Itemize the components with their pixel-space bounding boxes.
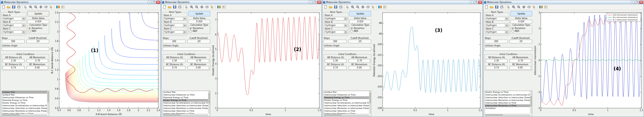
list-item[interactable]: Internuclear Momenta vs Time bbox=[485, 104, 530, 107]
pan-icon[interactable] bbox=[38, 5, 43, 9]
minimize-button[interactable]: – bbox=[148, 1, 152, 4]
list-item[interactable]: Internuclear Momenta vs Internuclear Dis… bbox=[485, 99, 530, 102]
listbox-horizontal-scrollbar[interactable] bbox=[2, 114, 47, 116]
update-button[interactable]: Update bbox=[349, 11, 371, 16]
scrollbar-thumb[interactable] bbox=[48, 92, 49, 102]
chevron-down-icon[interactable] bbox=[22, 17, 25, 20]
radio-mep[interactable]: MEP bbox=[350, 30, 370, 32]
pan-icon[interactable] bbox=[521, 5, 526, 9]
data-cursor-icon[interactable] bbox=[210, 5, 214, 9]
atom-a-select[interactable]: hydrogen bbox=[3, 17, 25, 20]
radio-dynamics[interactable]: Dynamics bbox=[350, 27, 370, 30]
atom-b-select[interactable]: hydrogen bbox=[164, 24, 186, 27]
scrollbar-thumb[interactable] bbox=[163, 114, 181, 115]
update-button[interactable]: Update bbox=[27, 11, 49, 16]
ab-momentum-input[interactable] bbox=[510, 59, 531, 63]
chevron-down-icon[interactable] bbox=[22, 24, 25, 27]
atom-c-select[interactable]: hydrogen bbox=[3, 30, 25, 34]
list-item[interactable]: Surface Plot bbox=[2, 94, 47, 96]
maximize-button[interactable]: ❐ bbox=[313, 1, 317, 4]
list-item[interactable]: Internuclear Momenta vs Internuclear Dis… bbox=[324, 107, 369, 110]
update-button[interactable]: Update bbox=[188, 11, 210, 16]
delta-value-input[interactable] bbox=[510, 20, 532, 23]
ab-momentum-input[interactable] bbox=[27, 59, 48, 63]
plot-type-listbox[interactable]: Kinetic Energy vs TimeInternuclear Accel… bbox=[485, 91, 532, 116]
open-folder-icon[interactable] bbox=[489, 5, 494, 9]
radio-mep[interactable]: MEP bbox=[511, 30, 531, 32]
titlebar[interactable]: Molecular Dynamics – ❐ × bbox=[483, 0, 644, 4]
close-button[interactable]: × bbox=[156, 1, 160, 4]
listbox-vertical-scrollbar[interactable] bbox=[530, 91, 532, 114]
bc-momentum-input[interactable] bbox=[510, 66, 531, 70]
atom-a-select[interactable]: hydrogen bbox=[486, 17, 508, 20]
close-button[interactable]: × bbox=[639, 1, 643, 4]
save-icon[interactable] bbox=[11, 5, 16, 9]
open-folder-icon[interactable] bbox=[167, 5, 172, 9]
zoom-out-icon[interactable] bbox=[516, 5, 521, 9]
radio-mep[interactable]: MEP bbox=[28, 30, 48, 32]
data-cursor-icon[interactable] bbox=[532, 5, 536, 9]
list-item[interactable]: Internuclear Distances vs Time bbox=[324, 94, 369, 96]
zoom-in-icon[interactable] bbox=[350, 5, 355, 9]
plot-type-listbox[interactable]: Surface PlotInternuclear Distances vs Ti… bbox=[163, 91, 210, 116]
save-icon[interactable] bbox=[494, 5, 499, 9]
legend-icon[interactable] bbox=[543, 5, 548, 9]
list-item[interactable]: Potential Energy vs Time bbox=[2, 99, 47, 102]
cutoff-input[interactable] bbox=[187, 40, 210, 43]
list-item[interactable]: Internuclear Velocities vs Time bbox=[163, 110, 208, 112]
collision-angle-input[interactable] bbox=[324, 47, 371, 51]
plot-type-listbox[interactable]: Contour PlotSurface PlotInternuclear Dis… bbox=[2, 91, 49, 116]
data-cursor-icon[interactable] bbox=[371, 5, 375, 9]
list-item[interactable]: Internuclear Velocities vs Time bbox=[324, 110, 369, 112]
list-item[interactable]: Animation bbox=[485, 107, 530, 110]
list-item[interactable]: Kinetic Energy vs Time bbox=[485, 91, 530, 94]
list-item[interactable]: Internuclear Velocities vs Internuclear … bbox=[2, 107, 47, 110]
chevron-down-icon[interactable] bbox=[344, 31, 347, 34]
close-button[interactable]: × bbox=[317, 1, 321, 4]
cutoff-input[interactable] bbox=[348, 40, 371, 43]
chevron-down-icon[interactable] bbox=[505, 17, 508, 20]
delta-value-input[interactable] bbox=[188, 20, 210, 23]
list-item[interactable]: Surface Plot bbox=[163, 91, 208, 94]
close-button[interactable]: × bbox=[478, 1, 482, 4]
rotate-3d-icon[interactable] bbox=[366, 5, 370, 9]
steps-input[interactable] bbox=[485, 40, 508, 43]
chevron-down-icon[interactable] bbox=[183, 17, 186, 20]
radio-dynamics[interactable]: Dynamics bbox=[28, 27, 48, 30]
steps-input[interactable] bbox=[2, 40, 25, 43]
zoom-in-icon[interactable] bbox=[511, 5, 516, 9]
plot-type-listbox[interactable]: Surface PlotInternuclear Distances vs Ti… bbox=[324, 91, 371, 116]
rotate-3d-icon[interactable] bbox=[44, 5, 48, 9]
legend-icon[interactable] bbox=[382, 5, 387, 9]
chevron-down-icon[interactable] bbox=[505, 31, 508, 34]
list-item[interactable]: Contour Plot bbox=[2, 91, 47, 94]
minimize-button[interactable]: – bbox=[309, 1, 313, 4]
ab-momentum-input[interactable] bbox=[188, 59, 209, 63]
ab-momentum-input[interactable] bbox=[349, 59, 370, 63]
new-document-icon[interactable] bbox=[1, 5, 6, 9]
chevron-down-icon[interactable] bbox=[505, 24, 508, 27]
bc-momentum-input[interactable] bbox=[349, 66, 370, 70]
list-item[interactable]: Internuclear Momenta vs Internuclear Dis… bbox=[2, 110, 47, 112]
collision-angle-input[interactable] bbox=[2, 47, 49, 51]
list-item[interactable]: Internuclear Accelerations vs Internucle… bbox=[163, 102, 208, 104]
new-document-icon[interactable] bbox=[162, 5, 167, 9]
scrollbar-thumb[interactable] bbox=[531, 96, 532, 106]
minimize-button[interactable]: – bbox=[470, 1, 474, 4]
radio-dynamics[interactable]: Dynamics bbox=[189, 27, 209, 30]
print-icon[interactable] bbox=[499, 5, 504, 9]
print-icon[interactable] bbox=[16, 5, 21, 9]
ab-distance-input[interactable] bbox=[486, 59, 507, 63]
ab-distance-input[interactable] bbox=[325, 59, 346, 63]
atom-a-select[interactable]: hydrogen bbox=[164, 17, 186, 20]
ab-distance-input[interactable] bbox=[164, 59, 185, 63]
chevron-down-icon[interactable] bbox=[344, 24, 347, 27]
bc-distance-input[interactable] bbox=[164, 66, 185, 70]
bc-momentum-input[interactable] bbox=[27, 66, 48, 70]
list-item[interactable]: Potential Energy vs Time bbox=[324, 96, 369, 99]
radio-dynamics[interactable]: Dynamics bbox=[511, 27, 531, 30]
print-icon[interactable] bbox=[177, 5, 182, 9]
edit-plot-icon[interactable] bbox=[506, 5, 511, 9]
listbox-horizontal-scrollbar[interactable] bbox=[324, 114, 369, 116]
list-item[interactable]: Internuclear Velocities vs Internuclear … bbox=[485, 96, 530, 99]
